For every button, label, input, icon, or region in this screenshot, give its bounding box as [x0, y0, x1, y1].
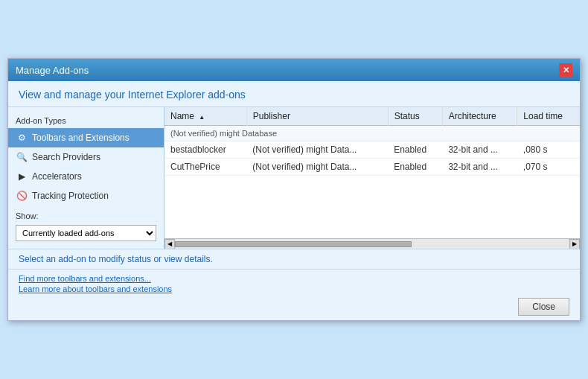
table-group-header: (Not verified) might Database: [164, 126, 580, 141]
row0-publisher: (Not verified) might Data...: [246, 141, 388, 159]
accelerators-icon: ▶: [16, 171, 28, 182]
subtitle: View and manage your Internet Explorer a…: [8, 81, 580, 107]
row0-loadtime: ,080 s: [517, 141, 580, 159]
select-addon-info: Select an add-on to modify status or vie…: [19, 254, 213, 264]
sidebar-item-tracking[interactable]: 🚫 Tracking Protection: [8, 186, 164, 206]
close-button[interactable]: Close: [518, 298, 569, 316]
show-label: Show:: [8, 206, 164, 223]
bottom-bar: Select an add-on to modify status or vie…: [8, 249, 580, 269]
row1-status: Enabled: [388, 159, 442, 176]
col-publisher[interactable]: Publisher: [246, 107, 388, 126]
accelerators-label: Accelerators: [32, 171, 82, 182]
scroll-right-button[interactable]: ▶: [569, 239, 580, 249]
sidebar-item-accelerators[interactable]: ▶ Accelerators: [8, 167, 164, 186]
right-panel: Name ▲ Publisher Status Architecture: [164, 107, 580, 249]
tracking-icon: 🚫: [16, 190, 28, 202]
table-container[interactable]: Name ▲ Publisher Status Architecture: [164, 107, 580, 238]
row0-name: bestadblocker: [164, 141, 246, 159]
toolbars-icon: ⚙: [16, 132, 28, 144]
tracking-label: Tracking Protection: [32, 191, 109, 201]
search-icon: 🔍: [16, 151, 28, 163]
title-close-button[interactable]: ✕: [559, 63, 572, 77]
scroll-thumb: [175, 241, 412, 247]
col-status[interactable]: Status: [388, 107, 442, 126]
row1-loadtime: ,070 s: [517, 159, 580, 176]
col-name[interactable]: Name ▲: [164, 107, 246, 126]
row1-architecture: 32-bit and ...: [442, 159, 517, 176]
row1-publisher: (Not verified) might Data...: [246, 159, 388, 176]
addons-table: Name ▲ Publisher Status Architecture: [164, 107, 580, 176]
scroll-track[interactable]: [175, 241, 569, 247]
dialog-title: Manage Add-ons: [16, 65, 89, 76]
scroll-left-button[interactable]: ◀: [164, 239, 175, 249]
sort-arrow-name: ▲: [199, 114, 205, 121]
learn-more-link[interactable]: Learn more about toolbars and extensions: [19, 284, 172, 293]
col-loadtime[interactable]: Load time: [517, 107, 580, 126]
manage-addons-dialog: Manage Add-ons ✕ View and manage your In…: [7, 58, 581, 321]
table-row[interactable]: CutThePrice (Not verified) might Data...…: [164, 159, 580, 176]
sidebar-item-toolbars[interactable]: ⚙ Toolbars and Extensions: [8, 128, 164, 147]
show-dropdown[interactable]: Currently loaded add-ons All add-ons Run…: [16, 225, 156, 241]
row1-name: CutThePrice: [164, 159, 246, 176]
group-header-text: (Not verified) might Database: [164, 126, 580, 141]
sidebar-item-search[interactable]: 🔍 Search Providers: [8, 147, 164, 167]
search-label: Search Providers: [32, 152, 100, 162]
row0-architecture: 32-bit and ...: [442, 141, 517, 159]
find-toolbars-link[interactable]: Find more toolbars and extensions...: [19, 274, 172, 283]
footer: Find more toolbars and extensions... Lea…: [8, 269, 580, 320]
col-architecture[interactable]: Architecture: [442, 107, 517, 126]
title-bar: Manage Add-ons ✕: [8, 59, 580, 81]
table-header-row: Name ▲ Publisher Status Architecture: [164, 107, 580, 126]
toolbars-label: Toolbars and Extensions: [32, 133, 130, 143]
left-panel: Add-on Types ⚙ Toolbars and Extensions 🔍…: [8, 107, 164, 249]
content-area: Add-on Types ⚙ Toolbars and Extensions 🔍…: [8, 107, 580, 249]
table-row[interactable]: bestadblocker (Not verified) might Data.…: [164, 141, 580, 159]
horizontal-scrollbar[interactable]: ◀ ▶: [164, 238, 580, 249]
addon-types-label: Add-on Types: [8, 113, 164, 128]
row0-status: Enabled: [388, 141, 442, 159]
